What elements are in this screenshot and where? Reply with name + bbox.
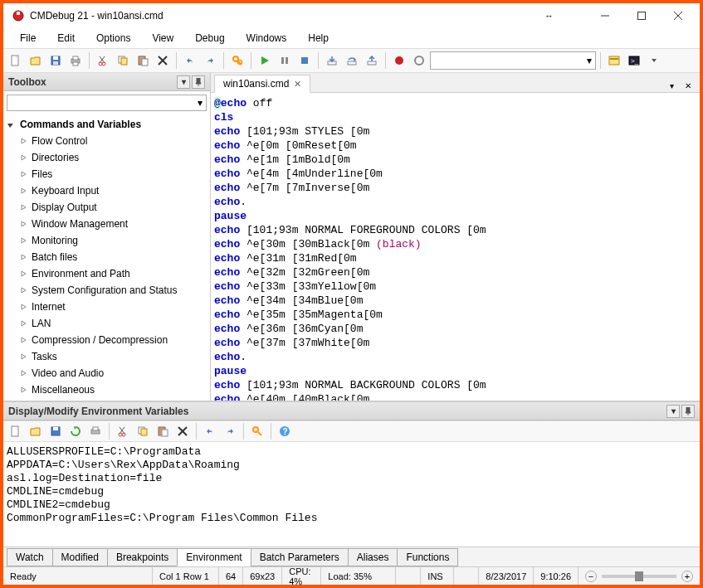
zoom-slider[interactable] [602,575,676,578]
toolbox-item[interactable]: Monitoring [3,232,210,249]
expand-icon[interactable] [20,154,30,161]
minimize-button[interactable] [587,4,623,27]
run-icon[interactable] [256,51,274,70]
menu-options[interactable]: Options [86,29,140,47]
expand-icon[interactable] [20,287,30,294]
bottom-tab-aliases[interactable]: Aliases [348,548,398,566]
record-icon[interactable] [390,51,408,70]
toolbox-search[interactable]: ▾ [7,95,207,111]
expand-icon[interactable] [20,221,30,227]
open-icon[interactable] [27,422,45,440]
menu-view[interactable]: View [142,29,183,47]
code-editor[interactable]: @echo off cls echo [101;93m STYLES [0m e… [211,93,700,401]
undo-icon[interactable] [201,422,219,440]
console-icon[interactable]: >_ [625,51,643,70]
expand-icon[interactable] [20,171,30,177]
expand-icon[interactable] [20,353,30,360]
delete-icon[interactable] [173,422,192,440]
panel-pin-icon[interactable] [681,405,695,418]
bottom-tab-watch[interactable]: Watch [7,548,53,566]
tab-close-icon[interactable]: ✕ [294,79,301,90]
expand-icon[interactable] [20,304,30,310]
toolbox-item[interactable]: Variables [3,398,210,401]
expand-icon[interactable] [20,204,30,211]
menu-file[interactable]: File [10,29,46,47]
panel-dropdown-icon[interactable]: ▾ [177,75,190,89]
step-out-icon[interactable] [363,51,381,70]
menu-debug[interactable]: Debug [185,29,234,47]
redo-icon[interactable] [201,51,219,70]
tabs-dropdown-icon[interactable]: ▾ [665,79,678,92]
expand-icon[interactable] [20,138,30,144]
toolbar-dropdown-icon[interactable] [645,51,663,70]
redo-icon[interactable] [221,422,239,440]
step-into-icon[interactable] [323,51,341,70]
paste-icon[interactable] [134,51,152,70]
close-button[interactable] [660,4,696,27]
expand-icon[interactable] [20,370,30,377]
toolbox-item[interactable]: Tasks [3,348,210,365]
save-icon[interactable] [46,51,65,70]
copy-icon[interactable] [114,51,132,70]
copy-icon[interactable] [134,422,152,440]
menu-windows[interactable]: Windows [237,29,297,47]
toolbox-item[interactable]: Batch files [3,249,210,265]
expand-icon[interactable] [20,270,30,277]
panel-dropdown-icon[interactable]: ▾ [666,405,680,418]
expand-icon[interactable] [20,386,30,393]
toolbar-combo[interactable]: ▾ [430,51,596,70]
toolbox-item[interactable]: Flow Control [3,133,210,149]
save-icon[interactable] [46,422,65,440]
stop-icon[interactable] [295,51,314,70]
toolbox-item[interactable]: Miscellaneous [3,381,210,398]
menu-help[interactable]: Help [298,29,339,47]
toolbox-item[interactable]: LAN [3,315,210,332]
toolbox-item[interactable]: Video and Audio [3,365,210,381]
find-icon[interactable] [228,51,247,70]
expand-icon[interactable] [20,187,30,194]
toolbox-item[interactable]: Environment and Path [3,265,210,282]
expand-icon[interactable] [7,121,17,129]
expand-icon[interactable] [20,320,30,327]
find-icon[interactable] [248,422,266,440]
bottom-tab-breakpoints[interactable]: Breakpoints [107,548,178,566]
env-text[interactable]: ALLUSERSPROFILE=C:\ProgramData APPDATA=C… [3,442,700,547]
print-icon[interactable] [86,422,105,440]
toolbox-toggle-icon[interactable] [605,51,623,70]
record-clear-icon[interactable] [410,51,428,70]
pause-icon[interactable] [276,51,294,70]
expand-icon[interactable] [20,237,30,244]
bottom-tab-modified[interactable]: Modified [52,548,108,566]
cut-icon[interactable] [94,51,112,70]
help-icon[interactable]: ? [276,422,294,440]
refresh-icon[interactable] [66,422,85,440]
resize-handle-icon[interactable]: ↔ [544,11,554,21]
menu-edit[interactable]: Edit [47,29,85,47]
new-icon[interactable] [7,422,25,440]
undo-icon[interactable] [181,51,199,70]
toolbox-item[interactable]: System Configuration and Status [3,282,210,299]
paste-icon[interactable] [154,422,172,440]
panel-pin-icon[interactable] [192,75,205,89]
print-icon[interactable] [66,51,85,70]
bottom-tab-functions[interactable]: Functions [397,548,458,566]
zoom-out-icon[interactable]: − [585,571,597,582]
toolbox-item[interactable]: Window Management [3,216,210,232]
toolbox-item[interactable]: Display Output [3,199,210,216]
new-file-icon[interactable] [7,51,25,70]
bottom-tab-batch-parameters[interactable]: Batch Parameters [251,548,349,566]
toolbox-item[interactable]: Files [3,166,210,182]
maximize-button[interactable] [623,4,660,27]
toolbox-item[interactable]: Keyboard Input [3,182,210,199]
toolbox-item[interactable]: Compression / Decompression [3,332,210,348]
toolbox-root[interactable]: Commands and Variables [3,116,210,133]
zoom-control[interactable]: − + [579,567,700,585]
zoom-in-icon[interactable]: + [681,571,693,582]
expand-icon[interactable] [20,254,30,260]
toolbox-item[interactable]: Internet [3,299,210,315]
open-file-icon[interactable] [27,51,45,70]
expand-icon[interactable] [20,337,30,343]
editor-tab[interactable]: win10ansi.cmd ✕ [214,75,310,93]
toolbox-tree[interactable]: Commands and Variables Flow ControlDirec… [3,114,210,401]
step-over-icon[interactable] [343,51,361,70]
